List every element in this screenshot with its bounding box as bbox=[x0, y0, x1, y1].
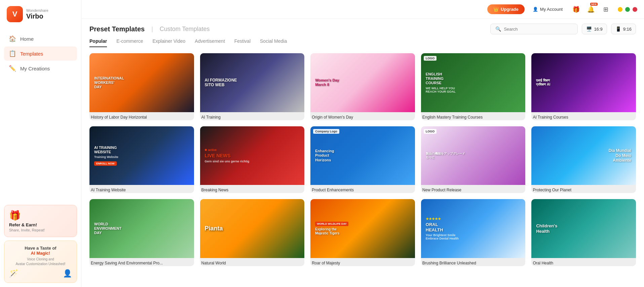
main-content: 👑 Upgrade 👤 My Account 🎁 🔔 NEW ⊞ — □ ✕ P… bbox=[81, 0, 644, 287]
promo-refer-title: Refer & Earn! bbox=[9, 222, 72, 227]
card-ai-heading: AI FORMAZIONESITO WEB bbox=[205, 78, 237, 88]
card-oral-heading: ORALHEALTH bbox=[426, 222, 443, 232]
user-icon: 👤 bbox=[533, 7, 538, 12]
search-input[interactable] bbox=[504, 27, 573, 32]
promo-ai-highlight: AI Magic! bbox=[9, 251, 72, 256]
templates-icon: 📋 bbox=[9, 50, 16, 57]
card-product-label: Product Enhancements bbox=[310, 185, 415, 193]
product-logo: Company Logo bbox=[313, 129, 339, 134]
preset-header: Preset Templates | Custom Templates bbox=[89, 25, 210, 33]
mobile-icon: 📱 bbox=[615, 26, 621, 32]
card-labor-label: History of Labor Day Horizontal bbox=[89, 112, 194, 120]
template-card-oral[interactable]: ★★★★★ ORALHEALTH Your Brightest SmileEmb… bbox=[421, 199, 526, 266]
restore-button[interactable]: □ bbox=[625, 7, 630, 12]
search-and-ratio: 🔍 🖥️ 16:9 📱 9:16 bbox=[490, 24, 636, 34]
template-card-womens-day[interactable]: Women's DayMarch 8 Origin of Women's Day bbox=[310, 53, 415, 120]
crown-icon: 👑 bbox=[493, 7, 499, 12]
tab-ecommerce[interactable]: E-commerce bbox=[116, 38, 143, 47]
card-ai-label: AI Training bbox=[200, 112, 305, 120]
tab-popular[interactable]: Popular bbox=[89, 38, 107, 47]
window-controls: — □ ✕ bbox=[618, 7, 637, 12]
magic-wand-icon: 🪄 bbox=[9, 269, 18, 278]
sidebar-nav: 🏠 Home 📋 Templates ✏️ My Creations bbox=[0, 28, 81, 79]
card-roar-heading: Exploring theMajestic Tigers bbox=[315, 227, 339, 235]
separator: | bbox=[151, 26, 153, 33]
card-environment-heading: WORLDENVIRONMENTDAY bbox=[94, 222, 121, 235]
search-box[interactable]: 🔍 bbox=[490, 24, 578, 34]
template-card-new-product[interactable]: LOGO 製品の機能をアップグレードもっと New Product Releas… bbox=[421, 126, 526, 193]
sidebar: V Wondershare Virbo 🏠 Home 📋 Templates ✏… bbox=[0, 0, 81, 287]
template-card-planet[interactable]: Dia MundialDo MeioAmbiente Protecting Ou… bbox=[531, 126, 636, 193]
app-name: Virbo bbox=[26, 12, 48, 20]
upgrade-button[interactable]: 👑 Upgrade bbox=[487, 4, 525, 14]
card-planet-label: Protecting Our Planet bbox=[531, 185, 636, 193]
grid-icon: ⊞ bbox=[603, 6, 608, 13]
page-header: Preset Templates | Custom Templates 🔍 🖥️… bbox=[89, 19, 636, 34]
template-card-breaking-news[interactable]: active LIVE NEWS Gern sind sie uns gerne… bbox=[200, 126, 305, 193]
search-icon: 🔍 bbox=[495, 26, 501, 32]
app-logo: V Wondershare Virbo bbox=[0, 0, 81, 28]
card-roar-label: Roar of Majesty bbox=[310, 258, 415, 266]
home-icon: 🏠 bbox=[9, 35, 16, 42]
card-natural-label: Natural World bbox=[200, 258, 305, 266]
tab-social[interactable]: Social Media bbox=[260, 38, 287, 47]
avatar-icon: 👤 bbox=[63, 269, 72, 278]
card-ai-courses-heading: एआई शिक्षणप्रशिक्षण AI bbox=[536, 78, 550, 87]
sidebar-item-my-creations[interactable]: ✏️ My Creations bbox=[4, 61, 77, 75]
card-english-heading: ENGLISHTRAININGCOURSE bbox=[426, 72, 444, 86]
gift-topbar-button[interactable]: 🎁 bbox=[571, 4, 581, 15]
template-card-english[interactable]: LOGO ENGLISHTRAININGCOURSE WE WILL HELP … bbox=[421, 53, 526, 120]
tab-explainer[interactable]: Explainer Video bbox=[152, 38, 185, 47]
tab-advertisement[interactable]: Advertisement bbox=[195, 38, 225, 47]
card-planet-heading: Dia MundialDo MeioAmbiente bbox=[609, 148, 631, 163]
topbar: 👑 Upgrade 👤 My Account 🎁 🔔 NEW ⊞ — □ ✕ bbox=[81, 0, 644, 19]
template-card-roar[interactable]: WORLD WILDLIFE DAY Exploring theMajestic… bbox=[310, 199, 415, 266]
template-card-ai-training[interactable]: AI FORMAZIONESITO WEB AI Training bbox=[200, 53, 305, 120]
card-womens-label: Origin of Women's Day bbox=[310, 112, 415, 120]
promo-ai-card[interactable]: Have a Taste of AI Magic! Voice Cloning … bbox=[4, 241, 77, 283]
sidebar-item-home[interactable]: 🏠 Home bbox=[4, 32, 77, 46]
my-account-button[interactable]: 👤 My Account bbox=[529, 5, 567, 14]
template-card-ai-courses[interactable]: एआई शिक्षणप्रशिक्षण AI AI Training Cours… bbox=[531, 53, 636, 120]
card-product-heading: EnhancingProductHorizons bbox=[315, 149, 334, 162]
card-natural-heading: Pianta bbox=[205, 225, 223, 232]
card-labor-heading: INTERNATIONALWORKERS'DAY bbox=[94, 76, 124, 90]
template-card-product-enh[interactable]: Company Logo EnhancingProductHorizons Pr… bbox=[310, 126, 415, 193]
promo-ai-pre: Have a Taste of bbox=[9, 246, 72, 251]
template-grid: INTERNATIONALWORKERS'DAY History of Labo… bbox=[89, 47, 636, 266]
promo-refer-card[interactable]: 🎁 Refer & Earn! Share, Invite, Repeat! bbox=[4, 205, 77, 237]
template-card-environment[interactable]: WORLDENVIRONMENTDAY Energy Saving And En… bbox=[89, 199, 194, 266]
roar-badge: WORLD WILDLIFE DAY bbox=[315, 222, 348, 226]
tab-festival[interactable]: Festival bbox=[234, 38, 251, 47]
preset-title: Preset Templates bbox=[89, 25, 145, 33]
apps-button[interactable]: ⊞ bbox=[600, 4, 611, 15]
card-children-heading: Children'sHealth bbox=[536, 223, 557, 234]
creations-icon: ✏️ bbox=[9, 65, 16, 72]
template-card-labor-day[interactable]: INTERNATIONALWORKERS'DAY History of Labo… bbox=[89, 53, 194, 120]
ratio-16-9-button[interactable]: 🖥️ 16:9 bbox=[582, 24, 607, 34]
card-ai-courses-label: AI Training Courses bbox=[531, 112, 636, 120]
sidebar-item-templates[interactable]: 📋 Templates bbox=[4, 46, 77, 61]
minimize-button[interactable]: — bbox=[618, 7, 622, 12]
close-button[interactable]: ✕ bbox=[633, 7, 637, 12]
promo-refer-subtitle: Share, Invite, Repeat! bbox=[9, 228, 72, 232]
notification-button[interactable]: 🔔 NEW bbox=[585, 4, 596, 15]
card-children-label: Oral Health bbox=[531, 258, 636, 266]
card-new-product-heading: 製品の機能をアップグレードもっと bbox=[426, 152, 465, 159]
brand-name: Wondershare bbox=[26, 8, 48, 12]
new-product-logo: LOGO bbox=[424, 129, 437, 134]
ratio-9-16-button[interactable]: 📱 9:16 bbox=[611, 24, 636, 34]
card-environment-label: Energy Saving And Environmental Pro... bbox=[89, 258, 194, 266]
template-card-ai-website[interactable]: AI TRAININGWEBSITE Training Website ENRO… bbox=[89, 126, 194, 193]
bell-icon: 🔔 bbox=[587, 6, 595, 13]
template-card-children[interactable]: Children'sHealth Oral Health bbox=[531, 199, 636, 266]
template-card-natural[interactable]: Pianta Natural World bbox=[200, 199, 305, 266]
gift-icon: 🎁 bbox=[9, 210, 72, 221]
card-ai-website-heading: AI TRAININGWEBSITE bbox=[94, 146, 117, 154]
english-logo: LOGO bbox=[424, 56, 437, 61]
live-dot bbox=[205, 149, 207, 151]
custom-templates-link[interactable]: Custom Templates bbox=[160, 26, 210, 33]
enroll-badge: ENROLL NOW bbox=[94, 161, 117, 166]
sidebar-item-templates-label: Templates bbox=[20, 51, 43, 57]
card-womens-heading: Women's DayMarch 8 bbox=[315, 78, 339, 87]
